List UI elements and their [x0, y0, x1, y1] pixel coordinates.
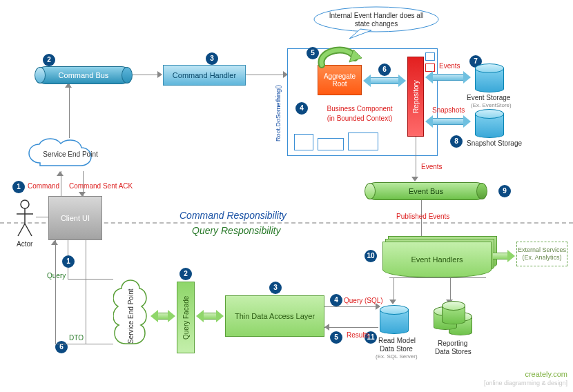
svg-line-4	[25, 224, 32, 236]
badge-c2: 2	[43, 54, 55, 66]
label-command-sent-ack: Command Sent ACK	[69, 182, 133, 190]
label-events: Events	[439, 62, 460, 70]
command-bus-label: Command Bus	[59, 71, 109, 79]
badge-c5: 5	[307, 47, 319, 59]
badge-q6: 6	[55, 341, 68, 353]
actor-label: Actor	[17, 240, 32, 248]
client-ui-box: Client UI	[48, 196, 102, 240]
connector-repo-eventbus	[416, 137, 416, 178]
label-snapshots: Snapshots	[432, 106, 465, 114]
badge-c3: 3	[206, 52, 218, 65]
command-bus: Command Bus	[36, 66, 131, 84]
connector-handler-biz	[246, 75, 284, 75]
read-model-l1: Read Model	[378, 337, 416, 344]
service-end-point-top-label: Service End Point	[26, 138, 115, 171]
badge-q4: 4	[330, 294, 342, 306]
badge-q3: 3	[269, 282, 282, 294]
svg-line-3	[18, 224, 25, 236]
query-facade-box: Query Facade	[177, 282, 195, 353]
footer-tagline: [online diagramming & design]	[484, 380, 567, 386]
command-handler-box: Command Handler	[163, 65, 246, 86]
footer-brand: creately.com	[525, 370, 567, 378]
callout-cloud: Internal Event Handler does all state ch…	[312, 6, 440, 39]
connector-sepb-clientui-h2	[86, 344, 113, 344]
connector-query-clientui-up	[86, 240, 86, 279]
aggregate-root-box: Aggregate Root	[318, 65, 362, 95]
reporting-l1: Reporting	[438, 340, 467, 347]
arrowhead-repo-eventbus	[411, 177, 418, 182]
arrow-repo-eventstore	[425, 72, 471, 83]
command-responsibility-label: Command Responsibility	[179, 210, 286, 221]
query-responsibility-label: Query Responsibility	[192, 225, 280, 236]
read-model-db	[380, 305, 409, 334]
external-services-l1: External Services	[518, 246, 566, 254]
badge-c1: 1	[12, 181, 25, 193]
reporting-l2: Data Stores	[435, 348, 472, 355]
arrow-agg-repo	[363, 75, 406, 87]
badge-q2: 2	[179, 268, 192, 280]
event-bus: Event Bus	[366, 182, 486, 200]
arrowhead-bus-handler	[157, 71, 162, 78]
connector-sep-commandbus	[69, 84, 70, 138]
badge-c8: 8	[450, 135, 463, 148]
label-results: Results	[347, 331, 369, 339]
aggregate-root-label: Aggregate Root	[324, 72, 356, 88]
label-query: Query	[47, 272, 66, 280]
connector-handlers-readmodel	[394, 277, 394, 302]
service-end-point-top: Service End Point	[26, 138, 115, 171]
biz-small-box-4	[425, 52, 435, 61]
label-root-dosomething: Root.DoSomething()	[275, 76, 282, 141]
arrowhead-down-sep	[79, 192, 86, 197]
repository-label: Repository	[412, 80, 420, 113]
event-handlers-group: Event Handlers	[382, 242, 492, 277]
biz-small-box-2	[318, 138, 344, 150]
event-bus-label: Event Bus	[409, 187, 443, 195]
arrow-facade-dal	[196, 311, 224, 322]
label-query-sql: Query (SQL)	[344, 297, 383, 304]
label-command: Command	[28, 182, 59, 190]
diagram-canvas: Command Responsibility Query Responsibil…	[0, 0, 573, 392]
thin-dal-label: Thin Data Access Layer	[235, 312, 315, 320]
command-handler-label: Command Handler	[173, 71, 236, 79]
callout-label: Internal Event Handler does all state ch…	[312, 1, 440, 39]
external-services-box: External Services (Ex. Analytics)	[516, 242, 567, 266]
arrow-handlers-external	[493, 251, 515, 261]
arrowhead-readmodel-dal	[324, 324, 329, 331]
badge-q1: 1	[62, 255, 75, 268]
connector-actor-clientui	[36, 217, 48, 217]
business-component-l1: Business Component	[315, 105, 405, 112]
arrow-sepb-facade	[150, 311, 175, 322]
repository-box: Repository	[407, 57, 424, 137]
biz-small-box-3	[348, 133, 378, 150]
service-end-point-bottom-label: Service End Point	[113, 279, 149, 353]
connector-handlers-fanout	[389, 277, 486, 278]
label-events-down: Events	[421, 163, 443, 170]
connector-dto-h	[55, 344, 86, 344]
external-services-l2: (Ex. Analytics)	[522, 254, 561, 262]
actor-icon	[14, 199, 36, 237]
connector-dal-readmodel-1	[324, 306, 378, 307]
badge-c4: 4	[295, 102, 308, 115]
self-arrow-aggregate	[313, 43, 362, 69]
client-ui-label: Client UI	[61, 214, 90, 222]
event-handlers-label: Event Handlers	[411, 255, 463, 264]
connector-bus-handler	[133, 75, 159, 75]
business-component-l2: (in Bounded Context)	[315, 115, 405, 122]
event-storage-db	[475, 63, 504, 92]
badge-c9: 9	[498, 185, 511, 197]
reporting-db-1	[442, 301, 465, 324]
read-model-l2: Data Store	[380, 345, 413, 353]
connector-sepb-clientui-v	[86, 279, 86, 344]
connector-dal-readmodel-2	[324, 327, 378, 328]
svg-point-0	[21, 200, 29, 208]
query-facade-label: Query Facade	[182, 295, 190, 339]
connector-handlers-reporting	[450, 277, 451, 302]
service-end-point-bottom: Service End Point	[113, 279, 149, 353]
badge-q5: 5	[330, 331, 342, 344]
snapshot-storage-db	[475, 109, 504, 138]
event-storage-label: Event Storage	[467, 94, 510, 101]
snapshot-storage-label: Snapshot Storage	[467, 139, 522, 147]
thin-dal-box: Thin Data Access Layer	[225, 295, 324, 337]
badge-c10: 10	[365, 250, 377, 262]
biz-small-box-1	[294, 134, 313, 150]
